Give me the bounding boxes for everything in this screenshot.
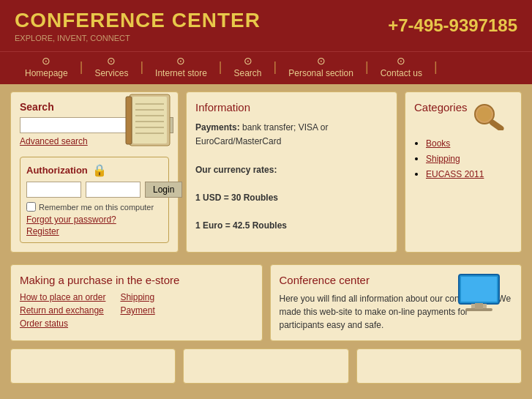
info-title: Information [195,101,388,113]
auth-label-row: Authorization 🔒 [26,163,162,177]
logo: CONFERENCE CENTER EXPLORE, INVENT, CONNE… [15,9,261,42]
logo-title: CONFERENCE CENTER [15,9,261,32]
username-input[interactable] [26,182,81,198]
payment-link[interactable]: Payment [120,305,154,316]
categories-list: Books Shipping EUCASS 2011 [414,138,512,179]
nav-contact[interactable]: ⊙ Contact us [370,55,432,78]
store-icon: ⊙ [176,55,185,67]
nav-search[interactable]: ⊙ Search [224,55,272,78]
nav-sep-4: | [274,59,277,75]
forgot-password-link[interactable]: Forgot your password? [26,215,162,225]
footer-box-2 [183,348,348,384]
shipping-link[interactable]: Shipping [120,292,154,302]
nav-sep-5: | [365,59,369,75]
bottom-left-panel: Making a purchase in the e-store How to … [10,264,263,341]
search-nav-icon: ⊙ [244,55,252,67]
phone-number: +7-495-9397185 [388,15,517,36]
info-panel: Information Payments: bank transfer; VIS… [186,92,397,253]
magnifier-icon [468,101,512,130]
bottom-left-title: Making a purchase in the e-store [20,274,253,286]
logo-subtitle: EXPLORE, INVENT, CONNECT [15,34,261,42]
return-exchange-link[interactable]: Return and exchange [20,305,105,316]
nav-internet-store[interactable]: ⊙ Internet store [145,55,217,78]
footer-row [0,348,532,391]
remember-label: Remember me on this computer [39,203,154,212]
category-eucass[interactable]: EUCASS 2011 [426,169,484,179]
payments-label: Payments: [195,122,240,133]
remember-row: Remember me on this computer [26,202,162,212]
footer-box-3 [356,348,522,384]
auth-section: Authorization 🔒 Login Remember me on thi… [20,157,169,243]
nav-sep-2: | [140,59,143,75]
header: CONFERENCE CENTER EXPLORE, INVENT, CONNE… [0,0,532,51]
contact-icon: ⊙ [397,55,405,67]
svg-rect-11 [488,119,505,130]
categories-panel: Categories Books Shipping EUCASS 2011 [405,92,522,253]
order-status-link[interactable]: Order status [20,318,105,329]
info-content: Payments: bank transfer; VISA or EuroCar… [195,121,388,234]
password-input[interactable] [86,182,141,198]
categories-title: Categories [414,101,468,113]
list-item: Books [426,138,512,149]
homepage-icon: ⊙ [42,55,50,67]
bottom-links: How to place an order Return and exchang… [20,292,253,329]
auth-links: Forgot your password? Register [26,215,162,236]
nav-sep-1: | [80,59,83,75]
search-input[interactable] [20,117,130,133]
svg-rect-8 [126,97,132,144]
how-to-order-link[interactable]: How to place an order [20,292,105,302]
svg-rect-13 [461,277,497,302]
currency-label: Our currency rates: [195,165,277,175]
link-col-2: Shipping Payment [120,292,154,329]
bottom-right-panel: Conference center Here you will find all… [270,264,522,341]
euro-rate: 1 Euro = 42.5 Roubles [195,220,287,231]
footer-box-1 [10,348,176,384]
personal-icon: ⊙ [317,55,326,67]
nav-sep-6: | [434,59,438,75]
computer-decoration [455,271,514,324]
usd-rate: 1 USD = 30 Roubles [195,193,278,203]
nav-personal[interactable]: ⊙ Personal section [278,55,364,78]
book-decoration [115,91,181,149]
left-panel: Search Search Advanced search Authorizat… [10,92,179,253]
category-shipping[interactable]: Shipping [426,154,460,164]
services-icon: ⊙ [107,55,116,67]
bottom-section: Making a purchase in the e-store How to … [0,260,532,348]
svg-rect-16 [475,303,483,309]
category-books[interactable]: Books [426,138,450,149]
nav-homepage[interactable]: ⊙ Homepage [15,55,78,78]
nav-services[interactable]: ⊙ Services [84,55,138,78]
link-col-1: How to place an order Return and exchang… [20,292,105,329]
auth-inputs: Login [26,182,162,198]
navigation: ⊙ Homepage | ⊙ Services | ⊙ Internet sto… [0,51,532,84]
svg-point-10 [477,107,492,122]
main-content: Search Search Advanced search Authorizat… [0,84,532,260]
lock-icon: 🔒 [92,163,107,177]
list-item: EUCASS 2011 [426,168,512,179]
auth-title: Authorization [26,165,88,176]
nav-sep-3: | [219,59,222,75]
list-item: Shipping [426,153,512,164]
remember-checkbox[interactable] [26,202,36,212]
register-link[interactable]: Register [26,226,162,236]
login-button[interactable]: Login [145,182,182,198]
